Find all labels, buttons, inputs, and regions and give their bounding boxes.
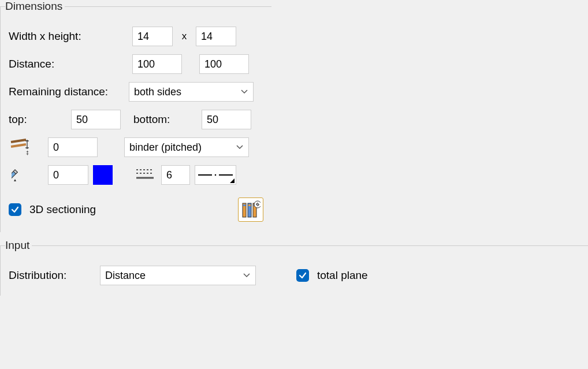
distance-label: Distance:: [9, 58, 128, 70]
binder-offset-input[interactable]: [48, 137, 98, 157]
binder-type-select[interactable]: binder (pitched): [124, 137, 249, 157]
distance-input-1[interactable]: [132, 54, 182, 74]
dimensions-group: Dimensions Width x height: x Distance: R…: [0, 0, 271, 232]
width-height-label: Width x height:: [9, 30, 128, 43]
svg-point-13: [215, 174, 217, 176]
width-input[interactable]: [132, 27, 173, 46]
chevron-down-icon: [240, 88, 248, 96]
svg-text:‡: ‡: [26, 150, 29, 156]
bottom-input[interactable]: [202, 110, 251, 129]
input-group: Input Distribution: Distance total plane: [0, 239, 588, 296]
remaining-distance-select[interactable]: both sides: [129, 82, 254, 102]
binder-type-value: binder (pitched): [129, 141, 202, 154]
top-bottom-row: top: bottom:: [9, 110, 263, 129]
pen-color-swatch[interactable]: [93, 165, 113, 185]
pen-line-row: [9, 165, 263, 185]
dimensions-legend: Dimensions: [5, 0, 65, 13]
distribution-value: Distance: [105, 270, 146, 282]
total-plane-checkbox[interactable]: [296, 269, 309, 282]
distribution-label: Distribution:: [9, 269, 95, 282]
3d-sectioning-checkbox[interactable]: [9, 203, 21, 216]
top-input[interactable]: [71, 110, 121, 129]
top-label: top:: [9, 113, 66, 126]
distance-row: Distance:: [9, 54, 263, 74]
sectioning-settings-button[interactable]: [238, 197, 263, 222]
distribution-row: Distribution: Distance total plane: [9, 266, 580, 285]
remaining-distance-value: both sides: [134, 86, 181, 98]
svg-rect-18: [243, 204, 245, 206]
distribution-select[interactable]: Distance: [100, 266, 256, 285]
binder-offset-icon: ‡: [9, 137, 32, 157]
svg-rect-19: [248, 204, 251, 206]
3d-sectioning-label: 3D sectioning: [29, 203, 96, 216]
total-plane-label: total plane: [317, 269, 368, 282]
input-legend: Input: [5, 239, 32, 252]
x-separator: x: [177, 31, 191, 42]
bottom-label: bottom:: [133, 113, 197, 126]
pen-number-input[interactable]: [48, 165, 88, 185]
sectioning-row: 3D sectioning: [9, 197, 263, 222]
linetype-number-input[interactable]: [161, 165, 190, 185]
remaining-distance-label: Remaining distance:: [9, 85, 124, 98]
svg-line-1: [11, 144, 26, 147]
pencil-icon: [9, 165, 32, 185]
chevron-down-icon: [236, 143, 244, 151]
distance-input-2[interactable]: [199, 54, 249, 74]
remaining-distance-row: Remaining distance: both sides: [9, 82, 263, 102]
binder-row: ‡ binder (pitched): [9, 137, 263, 157]
svg-line-0: [11, 140, 26, 142]
chevron-down-icon: [243, 271, 251, 279]
width-height-row: Width x height: x: [9, 27, 263, 46]
linestyle-preview[interactable]: [195, 165, 236, 185]
linetype-icon: [133, 165, 157, 185]
svg-marker-6: [14, 179, 16, 181]
height-input[interactable]: [196, 27, 236, 46]
